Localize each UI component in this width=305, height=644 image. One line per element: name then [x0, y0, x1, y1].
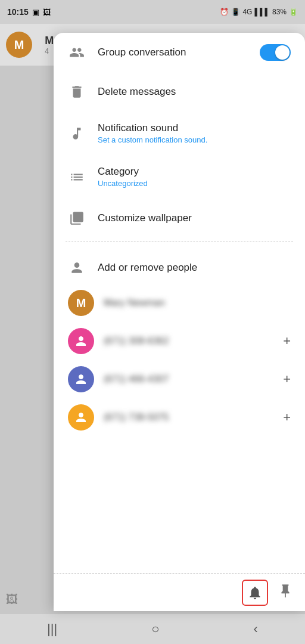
customize-wallpaper-text: Customize wallpaper	[98, 212, 192, 224]
category-sublabel: Uncategorized	[98, 179, 148, 188]
person-name-3: (671) 738-5075	[104, 412, 273, 423]
alarm-icon: ⏰	[220, 8, 229, 16]
person-name-2: (671) 466-4307	[104, 374, 273, 385]
status-icons-right: ⏰ 📳 4G ▌▌▌ 83% 🔋	[220, 8, 298, 16]
people-header[interactable]: Add or remove people	[54, 252, 305, 284]
notification-sound-sublabel: Set a custom notification sound.	[98, 135, 207, 144]
person-name-0: Mary Newman	[104, 298, 291, 308]
person-add-button-3[interactable]: +	[283, 410, 291, 425]
divider-1	[66, 242, 293, 242]
person-name-1: (671) 308-6362	[104, 336, 273, 346]
popup-bottom-toolbar	[54, 573, 305, 611]
network-label: 4G	[242, 8, 252, 16]
person-avatar-2	[68, 366, 94, 392]
category-label: Category	[98, 166, 148, 178]
group-icon	[68, 44, 86, 61]
delete-messages-label: Delete messages	[98, 86, 176, 98]
category-item[interactable]: Category Uncategorized	[54, 155, 305, 199]
category-text: Category Uncategorized	[98, 166, 148, 188]
person-add-button-1[interactable]: +	[283, 333, 291, 349]
group-conversation-text: Group conversation	[98, 47, 186, 58]
bell-button[interactable]	[242, 580, 268, 606]
category-icon	[68, 168, 86, 186]
people-section: Add or remove people M Mary Newman (671)…	[54, 246, 305, 442]
notification-sound-text: Notification sound Set a custom notifica…	[98, 122, 207, 144]
person-add-icon	[68, 259, 86, 277]
status-time: 10:15	[7, 7, 29, 17]
person-avatar-1	[68, 328, 94, 354]
battery-icon: 🔋	[289, 8, 298, 16]
person-avatar-0: M	[68, 290, 94, 316]
delete-messages-item[interactable]: Delete messages	[54, 72, 305, 112]
person-add-button-2[interactable]: +	[283, 371, 291, 387]
chat-avatar: M	[6, 32, 32, 58]
status-bar: 10:15 ▣ 🖼 ⏰ 📳 4G ▌▌▌ 83% 🔋	[0, 0, 305, 24]
music-note-icon	[68, 125, 86, 143]
image-attach-icon[interactable]: 🖼	[6, 593, 18, 606]
people-header-label: Add or remove people	[98, 262, 197, 274]
person-row-2[interactable]: (671) 466-4307 +	[54, 360, 305, 398]
toggle-on[interactable]	[260, 44, 291, 61]
wallpaper-icon	[68, 209, 86, 227]
chat-toolbar-background: 🖼	[0, 584, 60, 614]
person-row-0[interactable]: M Mary Newman	[54, 284, 305, 322]
bottom-navigation: ||| ○ ‹	[0, 614, 305, 644]
delete-messages-text: Delete messages	[98, 86, 176, 98]
sim-icon: ▣	[32, 8, 39, 17]
pin-button[interactable]	[278, 583, 293, 602]
group-conversation-label: Group conversation	[98, 47, 186, 58]
group-conversation-toggle[interactable]	[260, 44, 291, 61]
toggle-knob	[275, 45, 290, 60]
vibrate-icon: 📳	[231, 8, 240, 16]
person-row-1[interactable]: (671) 308-6362 +	[54, 322, 305, 360]
popup-panel: Group conversation Delete messages Notif…	[54, 33, 305, 611]
battery-label: 83%	[272, 8, 287, 16]
nav-back-icon[interactable]: ‹	[254, 621, 258, 637]
trash-icon	[68, 83, 86, 101]
customize-wallpaper-label: Customize wallpaper	[98, 212, 192, 224]
person-avatar-3	[68, 404, 94, 431]
notification-sound-item[interactable]: Notification sound Set a custom notifica…	[54, 112, 305, 155]
nav-recents-icon[interactable]: |||	[47, 621, 57, 637]
signal-icon: ▌▌▌	[254, 8, 270, 16]
photo-icon: 🖼	[43, 8, 51, 17]
chat-subtitle: 4	[45, 47, 54, 55]
customize-wallpaper-item[interactable]: Customize wallpaper	[54, 199, 305, 238]
notification-sound-label: Notification sound	[98, 122, 207, 134]
group-conversation-item[interactable]: Group conversation	[54, 33, 305, 72]
nav-home-icon[interactable]: ○	[151, 621, 159, 637]
chat-title: M	[45, 35, 54, 47]
person-row-3[interactable]: (671) 738-5075 +	[54, 398, 305, 436]
